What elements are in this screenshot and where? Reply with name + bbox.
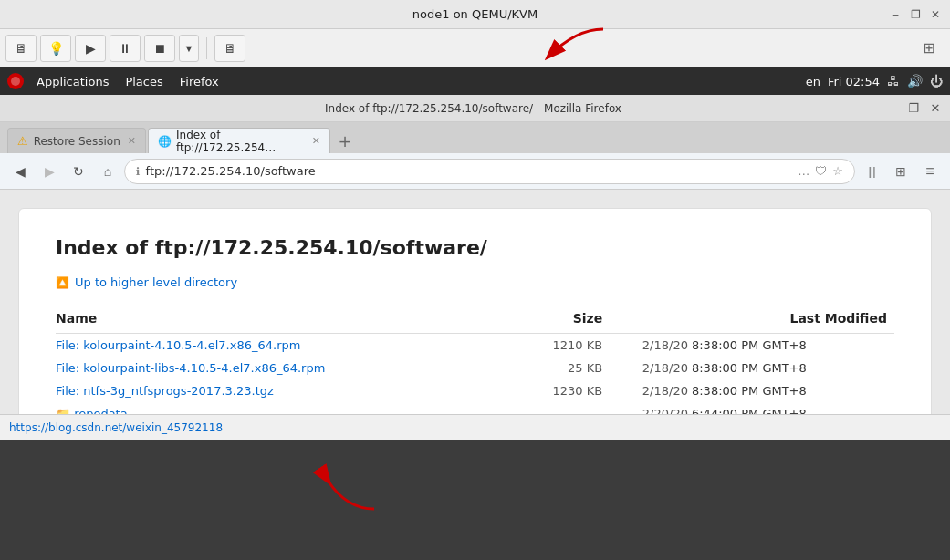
url-shield-icon[interactable]: 🛡	[815, 164, 827, 178]
firefox-close-btn[interactable]: ✕	[928, 101, 943, 115]
file-link[interactable]: File: ntfs-3g_ntfsprogs-2017.3.23.tgz	[56, 384, 274, 398]
address-bar: ◀ ▶ ↻ ⌂ ℹ ftp://172.25.254.10/software ……	[0, 153, 950, 190]
tab-ftp-close-btn[interactable]: ✕	[312, 135, 320, 147]
tab-bar: ⚠ Restore Session ✕ 🌐 Index of ftp://172…	[0, 122, 950, 153]
tab-ftp-index[interactable]: 🌐 Index of ftp://172.25.254… ✕	[148, 128, 330, 153]
up-link-label: Up to higher level directory	[75, 275, 237, 289]
url-bar[interactable]: ℹ ftp://172.25.254.10/software … 🛡 ☆	[124, 159, 855, 184]
qemu-close-btn[interactable]: ✕	[928, 7, 943, 22]
tab-ftp-label: Index of ftp://172.25.254…	[176, 129, 305, 154]
table-row: 📁 repodata2/20/206:44:00 PM GMT+8	[56, 402, 894, 414]
status-bar: https://blog.csdn.net/weixin_45792118	[0, 414, 950, 440]
qemu-minimize-btn[interactable]: –	[888, 7, 903, 22]
file-date: 2/18/20	[610, 334, 692, 358]
file-size: 1210 KB	[515, 334, 610, 358]
menu-btn[interactable]: ≡	[917, 159, 943, 184]
gnome-places-menu[interactable]: Places	[118, 72, 170, 91]
qemu-screen-btn[interactable]: 🖥	[214, 35, 245, 62]
gnome-firefox-menu[interactable]: Firefox	[172, 72, 226, 91]
gnome-network-icon[interactable]: 🖧	[887, 74, 900, 88]
up-arrow-icon: 🔼	[56, 276, 69, 289]
gnome-panel: Applications Places Firefox en Fri 02:54…	[0, 67, 950, 95]
vm-container: node1 on QEMU/KVM – ❐ ✕ 🖥 💡 ▶ ⏸ ⏹ ▼ 🖥 ⊞ …	[0, 0, 950, 560]
gnome-logo-icon	[10, 76, 21, 87]
file-size: 1230 KB	[515, 379, 610, 402]
file-date: 2/18/20	[610, 357, 692, 379]
forward-btn[interactable]: ▶	[37, 159, 62, 184]
file-date: 2/18/20	[610, 379, 692, 402]
folder-icon: 📁	[56, 407, 74, 414]
qemu-window-controls: – ❐ ✕	[888, 7, 943, 22]
url-bookmark-icon[interactable]: ☆	[832, 164, 843, 178]
file-time: 8:38:00 PM GMT+8	[692, 357, 894, 379]
table-row: File: ntfs-3g_ntfsprogs-2017.3.23.tgz123…	[56, 379, 894, 402]
up-to-dir-link[interactable]: 🔼 Up to higher level directory	[56, 275, 894, 289]
qemu-light-btn[interactable]: 💡	[40, 35, 71, 62]
qemu-title: node1 on QEMU/KVM	[62, 7, 888, 21]
qemu-pause-btn[interactable]: ⏸	[110, 35, 141, 62]
url-lock-icon: ℹ	[136, 165, 141, 178]
col-name-header: Name	[56, 307, 515, 334]
firefox-window-controls: – ❐ ✕	[884, 101, 943, 115]
back-btn[interactable]: ◀	[7, 159, 33, 184]
gnome-applications-menu[interactable]: Applications	[29, 72, 116, 91]
col-date-header: Last Modified	[610, 307, 894, 334]
file-date: 2/20/20	[610, 402, 692, 414]
gnome-power-icon[interactable]: ⏻	[930, 74, 943, 88]
qemu-dropdown-btn[interactable]: ▼	[179, 35, 199, 62]
table-row: File: kolourpaint-libs-4.10.5-4.el7.x86_…	[56, 357, 894, 379]
file-table: Name Size Last Modified File: kolourpain…	[56, 307, 894, 414]
sync-btn[interactable]: ⊞	[888, 159, 913, 184]
url-right-icons: … 🛡 ☆	[798, 164, 843, 178]
content-card: Index of ftp://172.25.254.10/software/ 🔼…	[18, 208, 932, 414]
file-time: 8:38:00 PM GMT+8	[692, 379, 894, 402]
qemu-title-bar: node1 on QEMU/KVM – ❐ ✕	[0, 0, 950, 29]
library-btn[interactable]: |||	[859, 159, 884, 184]
file-link[interactable]: File: kolourpaint-4.10.5-4.el7.x86_64.rp…	[56, 338, 300, 352]
address-right-btns: ||| ⊞ ≡	[859, 159, 943, 184]
gnome-clock: Fri 02:54	[828, 75, 880, 88]
url-more-icon[interactable]: …	[798, 164, 809, 178]
firefox-restore-btn[interactable]: ❐	[906, 101, 921, 115]
page-title: Index of ftp://172.25.254.10/software/	[56, 236, 894, 259]
status-url: https://blog.csdn.net/weixin_45792118	[9, 421, 223, 434]
gnome-volume-icon[interactable]: 🔊	[907, 74, 923, 88]
tab-warning-icon: ⚠	[17, 134, 28, 148]
file-size	[515, 402, 610, 414]
qemu-stop-btn[interactable]: ⏹	[144, 35, 175, 62]
folder-link[interactable]: repodata	[74, 407, 128, 414]
col-size-header: Size	[515, 307, 610, 334]
firefox-window: Index of ftp://172.25.254.10/software/ -…	[0, 95, 950, 440]
svg-point-0	[11, 77, 20, 86]
new-tab-btn[interactable]: +	[332, 128, 358, 153]
annotation-arrow-2	[310, 463, 402, 521]
browser-content: Index of ftp://172.25.254.10/software/ 🔼…	[0, 190, 950, 414]
gnome-lang: en	[806, 75, 820, 88]
tab-restore-label: Restore Session	[34, 135, 120, 148]
file-time: 8:38:00 PM GMT+8	[692, 334, 894, 358]
tab-ftp-favicon: 🌐	[158, 135, 171, 148]
qemu-right-icon: ⊞	[913, 35, 945, 62]
firefox-title: Index of ftp://172.25.254.10/software/ -…	[62, 102, 884, 115]
annotation-arrow-2-svg	[310, 463, 402, 518]
reload-btn[interactable]: ↻	[66, 159, 91, 184]
qemu-play-btn[interactable]: ▶	[75, 35, 106, 62]
file-size: 25 KB	[515, 357, 610, 379]
tab-restore-close-btn[interactable]: ✕	[128, 135, 136, 147]
firefox-title-bar: Index of ftp://172.25.254.10/software/ -…	[0, 95, 950, 122]
file-time: 6:44:00 PM GMT+8	[692, 402, 894, 414]
url-text: ftp://172.25.254.10/software	[146, 164, 793, 178]
file-link[interactable]: File: kolourpaint-libs-4.10.5-4.el7.x86_…	[56, 361, 325, 375]
gnome-panel-right: en Fri 02:54 🖧 🔊 ⏻	[806, 74, 943, 88]
home-btn[interactable]: ⌂	[95, 159, 120, 184]
qemu-restore-btn[interactable]: ❐	[908, 7, 923, 22]
gnome-logo	[7, 73, 24, 89]
firefox-minimize-btn[interactable]: –	[884, 101, 899, 115]
qemu-separator	[206, 37, 207, 59]
qemu-toolbar: 🖥 💡 ▶ ⏸ ⏹ ▼ 🖥 ⊞	[0, 29, 950, 67]
qemu-display-btn[interactable]: 🖥	[5, 35, 37, 62]
tab-restore-session[interactable]: ⚠ Restore Session ✕	[7, 128, 146, 153]
table-row: File: kolourpaint-4.10.5-4.el7.x86_64.rp…	[56, 334, 894, 358]
